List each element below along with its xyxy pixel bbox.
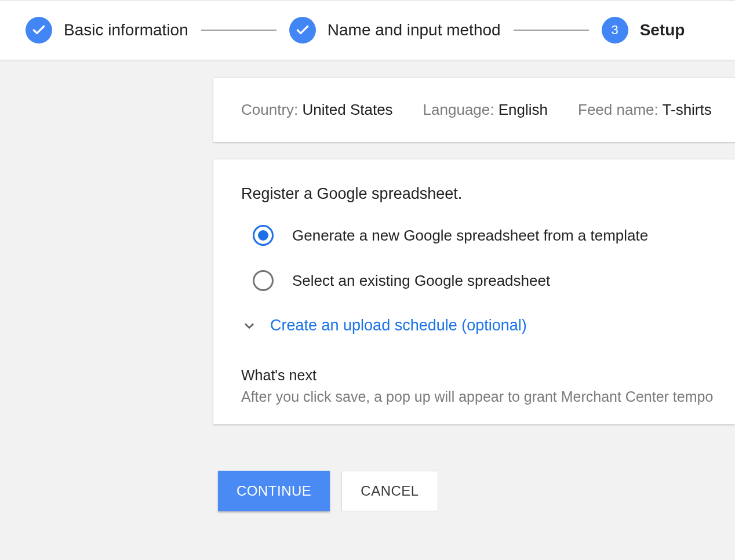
- stepper: Basic information Name and input method …: [0, 0, 735, 60]
- summary-feed-name: Feed name: T-shirts: [578, 101, 712, 119]
- step-number: 3: [612, 23, 618, 38]
- radio-generate-template[interactable]: Generate a new Google spreadsheet from a…: [241, 225, 707, 246]
- step-name-input-method[interactable]: Name and input method: [289, 17, 501, 43]
- step-label: Name and input method: [328, 21, 501, 39]
- radio-icon: [253, 270, 274, 291]
- summary-feed-label: Feed name:: [578, 101, 663, 118]
- step-label: Setup: [640, 21, 685, 39]
- page-body: Country: United States Language: English…: [0, 60, 735, 511]
- summary-feed-value: T-shirts: [663, 101, 712, 118]
- whats-next-title: What's next: [241, 367, 707, 384]
- feed-summary-line: Country: United States Language: English…: [241, 101, 707, 119]
- section-title: Register a Google spreadsheet.: [241, 185, 707, 203]
- continue-button[interactable]: Continue: [218, 471, 330, 511]
- summary-language-value: English: [499, 101, 548, 118]
- whats-next-body: After you click save, a pop up will appe…: [241, 387, 707, 407]
- summary-language: Language: English: [423, 101, 548, 119]
- spreadsheet-form-card: Register a Google spreadsheet. Generate …: [213, 159, 735, 424]
- radio-label: Generate a new Google spreadsheet from a…: [292, 227, 648, 245]
- step-number-icon: 3: [602, 17, 628, 43]
- summary-country-value: United States: [303, 101, 393, 118]
- stepper-connector: [514, 30, 589, 31]
- step-basic-information[interactable]: Basic information: [26, 17, 188, 43]
- upload-schedule-expander[interactable]: Create an upload schedule (optional): [241, 317, 707, 334]
- whats-next-section: What's next After you click save, a pop …: [241, 367, 707, 407]
- summary-country: Country: United States: [241, 101, 393, 119]
- summary-country-label: Country:: [241, 101, 303, 118]
- radio-label: Select an existing Google spreadsheet: [292, 272, 550, 290]
- summary-language-label: Language:: [423, 101, 499, 118]
- check-icon: [26, 17, 52, 43]
- step-setup[interactable]: 3 Setup: [602, 17, 685, 43]
- chevron-down-icon: [241, 318, 257, 334]
- upload-schedule-link: Create an upload schedule (optional): [270, 317, 527, 334]
- action-button-row: Continue Cancel: [218, 471, 735, 511]
- spreadsheet-option-group: Generate a new Google spreadsheet from a…: [241, 225, 707, 291]
- stepper-connector: [201, 30, 276, 31]
- check-icon: [289, 17, 316, 43]
- cancel-button[interactable]: Cancel: [341, 471, 438, 511]
- feed-summary-card: Country: United States Language: English…: [213, 78, 735, 142]
- radio-select-existing[interactable]: Select an existing Google spreadsheet: [241, 270, 707, 291]
- radio-icon: [253, 225, 274, 246]
- step-label: Basic information: [64, 21, 188, 39]
